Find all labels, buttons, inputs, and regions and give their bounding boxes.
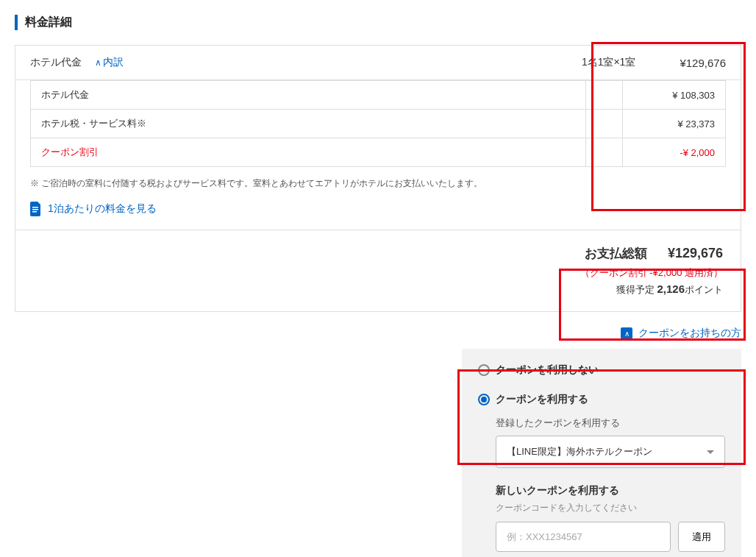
chevron-up-icon: ∧ (95, 57, 101, 68)
coupon-code-input[interactable] (496, 522, 671, 552)
points-prefix: 獲得予定 (616, 284, 657, 295)
coupon-panel: クーポンを利用しない クーポンを利用する 登録したクーポンを利用する 【LINE… (462, 349, 741, 557)
per-night-link[interactable]: 1泊あたりの料金を見る (15, 194, 741, 230)
footnote: ※ ご宿泊時の室料に付随する税およびサービス料です。室料とあわせてエアトリがホテ… (15, 167, 741, 194)
row-mid (586, 138, 623, 167)
radio-no-coupon[interactable]: クーポンを利用しない (478, 363, 725, 377)
breakdown-toggle-label: 内訳 (103, 56, 124, 69)
radio-yes-label: クーポンを利用する (496, 393, 588, 406)
radio-icon (478, 394, 490, 405)
price-header: ホテル代金 ∧ 内訳 1名1室×1室 ¥129,676 (15, 46, 741, 80)
svg-rect-1 (32, 209, 38, 210)
table-row: クーポン割引 -¥ 2,000 (31, 138, 726, 167)
section-title: 料金詳細 (15, 15, 741, 30)
row-value: -¥ 2,000 (623, 138, 726, 167)
row-value: ¥ 23,373 (623, 110, 726, 138)
dropdown-value: 【LINE限定】海外ホテルクーポン (507, 445, 652, 458)
new-coupon-label: 新しいクーポンを利用する (496, 484, 725, 497)
document-icon (30, 202, 42, 216)
caret-down-icon (707, 450, 714, 454)
coupon-holder-link[interactable]: ∧ クーポンをお持ちの方 (15, 327, 741, 340)
registered-coupon-label: 登録したクーポンを利用する (496, 416, 725, 430)
row-mid (586, 110, 623, 138)
new-coupon-helper: クーポンコードを入力してください (496, 502, 725, 514)
row-label: クーポン割引 (31, 138, 586, 167)
coupon-holder-label: クーポンをお持ちの方 (638, 327, 741, 340)
row-label: ホテル代金 (31, 81, 586, 110)
header-total: ¥129,676 (680, 57, 726, 69)
total-box: お支払総額 ¥129,676 （クーポン割引 -¥2,000 適用済） 獲得予定… (15, 230, 741, 312)
table-row: ホテル税・サービス料※ ¥ 23,373 (31, 110, 726, 138)
radio-no-label: クーポンを利用しない (496, 363, 599, 377)
apply-button[interactable]: 適用 (678, 522, 725, 552)
radio-icon (478, 364, 490, 376)
breakdown-table: ホテル代金 ¥ 108,303 ホテル税・サービス料※ ¥ 23,373 クーポ… (30, 80, 726, 167)
points-suffix: ポイント (685, 284, 723, 295)
radio-use-coupon[interactable]: クーポンを利用する (478, 393, 725, 406)
table-row: ホテル代金 ¥ 108,303 (31, 81, 726, 110)
per-night-label: 1泊あたりの料金を見る (48, 202, 157, 216)
points-value: 2,126 (657, 283, 685, 295)
price-box: ホテル代金 ∧ 内訳 1名1室×1室 ¥129,676 ホテル代金 ¥ 108,… (15, 45, 741, 230)
total-amount: ¥129,676 (668, 246, 723, 260)
breakdown-toggle[interactable]: ∧ 内訳 (95, 56, 124, 69)
total-points: 獲得予定 2,126ポイント (580, 283, 723, 297)
svg-rect-0 (32, 207, 38, 208)
row-label: ホテル税・サービス料※ (31, 110, 586, 138)
svg-rect-2 (32, 211, 37, 213)
row-value: ¥ 108,303 (623, 81, 726, 110)
chevron-up-icon: ∧ (621, 327, 632, 339)
coupon-dropdown[interactable]: 【LINE限定】海外ホテルクーポン (496, 436, 725, 468)
room-spec: 1名1室×1室 (582, 56, 636, 69)
row-mid (586, 81, 623, 110)
hotel-fee-label: ホテル代金 (30, 56, 82, 69)
total-label: お支払総額 (585, 246, 647, 260)
total-applied: （クーポン割引 -¥2,000 適用済） (580, 266, 723, 280)
